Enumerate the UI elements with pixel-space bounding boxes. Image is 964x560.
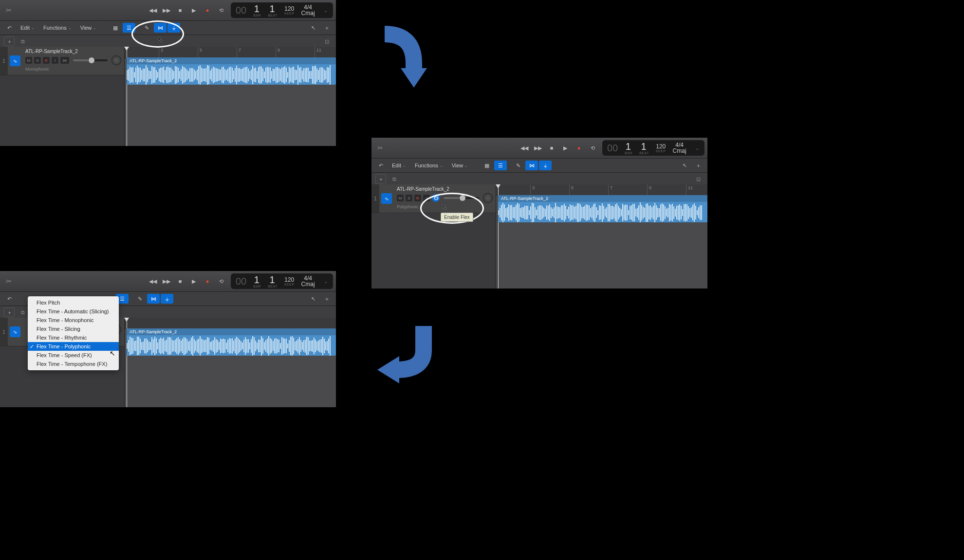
add-icon[interactable]: ＋ (320, 23, 333, 33)
stop-button[interactable]: ■ (545, 142, 558, 154)
pointer-tool-icon[interactable]: ↖ (307, 23, 319, 33)
flex-icon[interactable]: ⋈ (525, 161, 538, 170)
forward-button[interactable]: ▶▶ (160, 275, 173, 287)
back-icon[interactable]: ↶ (3, 294, 16, 304)
cycle-button[interactable]: ⟲ (215, 275, 227, 287)
duplicate-track-icon[interactable]: ⧉ (389, 175, 400, 183)
play-button[interactable]: ▶ (559, 142, 572, 154)
chevron-down-icon[interactable]: ⌄ (324, 8, 328, 13)
play-button[interactable]: ▶ (187, 4, 200, 16)
record-enable-button[interactable]: R (43, 57, 50, 64)
pencil-icon[interactable]: ✎ (140, 23, 153, 33)
functions-menu[interactable]: Functions⌄ (411, 161, 447, 170)
audio-region[interactable]: ATL-RP-SampleTrack_2 (498, 195, 707, 222)
chevron-down-icon[interactable]: ⌄ (324, 279, 328, 284)
flex-icon[interactable]: ⋈ (147, 294, 160, 304)
arrange-area[interactable]: 3 5 7 9 11 ATL-RP-SampleTrack_2 (125, 47, 336, 146)
flex-mode-menu[interactable]: Flex PitchFlex Time - Automatic (Slicing… (28, 296, 119, 370)
add-icon[interactable]: ＋ (320, 294, 333, 304)
rewind-button[interactable]: ◀◀ (147, 4, 159, 16)
enable-flex-button[interactable]: ⏻ (432, 194, 440, 202)
mute-button[interactable]: M (25, 57, 32, 64)
forward-button[interactable]: ▶▶ (160, 4, 173, 16)
flex-mode-menu-item[interactable]: ✓Flex Time - Polyphonic (28, 342, 119, 351)
pan-knob[interactable] (111, 55, 121, 65)
ruler[interactable]: 3 5 7 9 11 (125, 47, 336, 58)
play-button[interactable]: ▶ (187, 275, 200, 287)
pencil-icon[interactable]: ✎ (512, 161, 524, 170)
flex-mode-menu-item[interactable]: Flex Time - Automatic (Slicing) (28, 307, 119, 316)
back-icon[interactable]: ↶ (3, 23, 16, 33)
pointer-tool-icon[interactable]: ↖ (678, 161, 691, 170)
flex-mode-menu-item[interactable]: Flex Time - Monophonic (28, 316, 119, 325)
catch-playhead-icon[interactable]: ⊡ (321, 37, 332, 46)
list-icon[interactable]: ☰ (494, 161, 507, 170)
stop-button[interactable]: ■ (174, 4, 186, 16)
solo-button[interactable]: S (406, 195, 412, 201)
rewind-button[interactable]: ◀◀ (147, 275, 159, 287)
add-track-button[interactable]: ＋ (375, 174, 386, 184)
edit-menu[interactable]: Edit⌄ (388, 161, 410, 170)
catch-playhead-icon[interactable]: ⊡ (693, 175, 704, 183)
view-menu[interactable]: View⌄ (448, 161, 472, 170)
flex-icon[interactable]: ⋈ (154, 23, 167, 33)
add-track-button[interactable]: ＋ (4, 36, 15, 46)
flex-mode-label[interactable]: Polyphonic (397, 204, 493, 209)
audio-region[interactable]: ATL-RP-SampleTrack_2 (127, 57, 336, 85)
solo-button[interactable]: S (34, 57, 41, 64)
lcd-display[interactable]: 00 1BAR 1BEAT 120KEEP 4/4Cmaj ⌄ (231, 2, 333, 18)
scissors-icon[interactable]: ✂ (371, 144, 389, 152)
cycle-button[interactable]: ⟲ (586, 142, 599, 154)
track-name[interactable]: ATL-RP-SampleTrack_2 (25, 49, 121, 54)
grid-icon[interactable]: ▦ (481, 161, 493, 170)
list-icon[interactable]: ☰ (123, 23, 135, 33)
scissors-icon[interactable]: ✂ (0, 6, 18, 14)
catch-icon[interactable]: ⏚ (161, 294, 173, 304)
input-monitor-button[interactable]: I (423, 195, 430, 201)
flex-mode-menu-item[interactable]: Flex Pitch (28, 298, 119, 307)
track-row[interactable]: 1 ∿ ATL-RP-SampleTrack_2 M S R I ⋈ Monop… (0, 47, 124, 75)
volume-slider[interactable] (444, 197, 479, 199)
duplicate-track-icon[interactable]: ⧉ (18, 37, 28, 46)
stop-button[interactable]: ■ (174, 275, 186, 287)
flex-mode-label[interactable]: Monophonic (25, 67, 121, 72)
arrange-area[interactable]: 3 5 7 9 11 ATL-RP-SampleTrack_2 (496, 184, 707, 289)
input-monitor-button[interactable]: I (52, 57, 58, 64)
pointer-tool-icon[interactable]: ↖ (307, 294, 319, 304)
record-button[interactable]: ● (201, 4, 214, 16)
ruler[interactable] (125, 318, 336, 329)
record-button[interactable]: ● (201, 275, 214, 287)
volume-slider[interactable] (73, 59, 108, 61)
forward-button[interactable]: ▶▶ (532, 142, 544, 154)
catch-icon[interactable]: ⏚ (539, 161, 552, 170)
rewind-button[interactable]: ◀◀ (518, 142, 531, 154)
arrange-area[interactable]: ATL-RP-SampleTrack_2 (125, 318, 336, 407)
lcd-display[interactable]: 00 1BAR 1BEAT 120KEEP 4/4Cmaj ⌄ (602, 140, 704, 156)
add-track-button[interactable]: ＋ (4, 307, 15, 317)
audio-region[interactable]: ATL-RP-SampleTrack_2 (127, 328, 336, 356)
flex-mode-menu-item[interactable]: Flex Time - Speed (FX) (28, 351, 119, 360)
cycle-button[interactable]: ⟲ (215, 4, 227, 16)
ruler[interactable]: 3 5 7 9 11 (496, 184, 707, 196)
mute-button[interactable]: M (397, 195, 404, 201)
add-icon[interactable]: ＋ (692, 161, 704, 170)
lcd-display[interactable]: 00 1BAR 1BEAT 120KEEP 4/4Cmaj ⌄ (231, 273, 333, 289)
scissors-icon[interactable]: ✂ (0, 277, 18, 285)
track-row[interactable]: 1 ∿ ATL-RP-SampleTrack_2 M S R I ⏻ Polyp… (371, 184, 496, 213)
track-name[interactable]: ATL-RP-SampleTrack_2 (397, 186, 493, 192)
catch-icon[interactable]: ⏚ (167, 23, 180, 33)
pencil-icon[interactable]: ✎ (133, 294, 146, 304)
flex-mode-menu-item[interactable]: Flex Time - Slicing (28, 325, 119, 333)
flex-mode-menu-item[interactable]: Flex Time - Rhythmic (28, 333, 119, 342)
record-enable-button[interactable]: R (414, 195, 421, 201)
view-menu[interactable]: View⌄ (76, 23, 101, 33)
grid-icon[interactable]: ▦ (109, 23, 122, 33)
functions-menu[interactable]: Functions⌄ (39, 23, 75, 33)
back-icon[interactable]: ↶ (374, 161, 387, 170)
flex-toggle[interactable]: ⋈ (60, 57, 69, 64)
pan-knob[interactable] (483, 193, 493, 203)
duplicate-track-icon[interactable]: ⧉ (18, 308, 28, 317)
record-button[interactable]: ● (573, 142, 585, 154)
edit-menu[interactable]: Edit⌄ (17, 23, 38, 33)
chevron-down-icon[interactable]: ⌄ (695, 145, 699, 151)
